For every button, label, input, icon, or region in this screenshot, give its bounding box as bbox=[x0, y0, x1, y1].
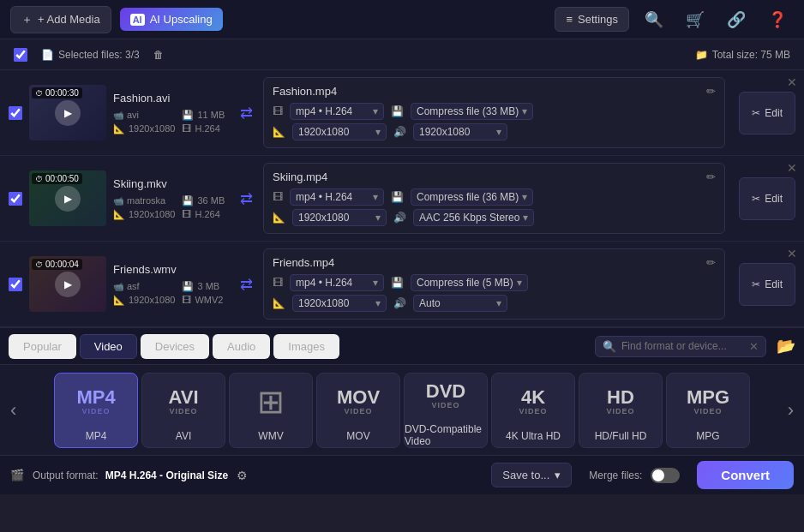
share-button[interactable]: 🔗 bbox=[720, 7, 753, 33]
file-checkbox-2[interactable] bbox=[9, 278, 22, 291]
format-name-label: AVI bbox=[176, 430, 191, 442]
play-button[interactable]: ▶ bbox=[55, 186, 81, 212]
edit-button[interactable]: ✂ Edit bbox=[739, 263, 795, 306]
format-item-mp4[interactable]: MP4 VIDEO MP4 bbox=[54, 373, 138, 448]
compress-select[interactable]: Compress file (36 MB) ▾ bbox=[411, 188, 533, 206]
play-button[interactable]: ▶ bbox=[55, 272, 81, 297]
format-item-4k[interactable]: 4K VIDEO 4K Ultra HD bbox=[491, 373, 575, 448]
format-sub-label: VIDEO bbox=[81, 407, 110, 415]
folder-button[interactable]: 📂 bbox=[777, 337, 795, 356]
compress-label: Compress file (36 MB) bbox=[417, 191, 519, 203]
settings-icon: ≡ bbox=[566, 13, 573, 26]
settings-button[interactable]: ≡ Settings bbox=[555, 7, 629, 32]
format-item-hd[interactable]: HD VIDEO HD/Full HD bbox=[579, 373, 663, 448]
resolution-select[interactable]: 1920x1080 ▾ bbox=[292, 209, 387, 226]
edit-output-name-icon[interactable]: ✏ bbox=[706, 170, 716, 183]
format-grid: MP4 VIDEO MP4 AVI VIDEO AVI ⊞ WMV MOV VI… bbox=[23, 373, 780, 448]
resolution-icon: 📐 bbox=[273, 297, 285, 309]
thumbnail-0[interactable]: ⏱ 00:00:30 ▶ bbox=[29, 85, 106, 140]
file-checkbox-0[interactable] bbox=[9, 106, 22, 120]
output-format-icon: 🎞 bbox=[273, 277, 283, 289]
toolbar: ＋ + Add Media AI AI Upscaling ≡ Settings… bbox=[0, 0, 804, 39]
output-format-select[interactable]: mp4 • H.264 ▾ bbox=[290, 188, 384, 206]
edit-button[interactable]: ✂ Edit bbox=[739, 92, 795, 134]
output-format-icon: 🎬 bbox=[10, 469, 24, 481]
edit-output-name-icon[interactable]: ✏ bbox=[706, 256, 716, 269]
thumbnail-1[interactable]: ⏱ 00:00:50 ▶ bbox=[29, 170, 106, 226]
file-row: ✕ ⏱ 00:00:30 ▶ Fashion.avi 📹 avi 💾 11 MB bbox=[0, 70, 804, 156]
compress-select[interactable]: Compress file (5 MB) ▾ bbox=[411, 274, 528, 291]
format-name-label: HD/Full HD bbox=[595, 430, 647, 442]
duration-label: ⏱ 00:00:50 bbox=[32, 173, 82, 184]
edit-output-name-icon[interactable]: ✏ bbox=[706, 85, 716, 98]
merge-files-toggle[interactable] bbox=[651, 468, 680, 483]
format-icon-box: DVD VIDEO bbox=[416, 374, 476, 418]
output-format-select[interactable]: mp4 • H.264 ▾ bbox=[290, 274, 384, 291]
resolution-select[interactable]: 1920x1080 ▾ bbox=[292, 123, 387, 140]
format-nav-prev[interactable]: ‹ bbox=[3, 399, 23, 421]
codec-icon: 🎞 bbox=[182, 123, 191, 134]
play-button[interactable]: ▶ bbox=[55, 100, 81, 126]
file-meta: 📹 asf 💾 3 MB 📐 1920x1080 🎞 WMV2 bbox=[113, 281, 233, 306]
format-sub-label: VIDEO bbox=[519, 407, 547, 415]
duration-label: ⏱ 00:00:04 bbox=[32, 259, 82, 270]
chevron-down-icon: ▾ bbox=[373, 277, 378, 289]
format-name-label: 4K Ultra HD bbox=[506, 430, 561, 442]
format-bar: Popular Video Devices Audio Images 🔍 ✕ 📂 bbox=[0, 327, 804, 365]
thumbnail-2[interactable]: ⏱ 00:00:04 ▶ bbox=[29, 256, 106, 312]
tab-popular[interactable]: Popular bbox=[9, 334, 76, 359]
audio-select[interactable]: Auto ▾ bbox=[413, 295, 507, 312]
tab-devices[interactable]: Devices bbox=[141, 334, 209, 359]
cart-button[interactable]: 🛒 bbox=[679, 7, 711, 33]
convert-button[interactable]: Convert bbox=[697, 461, 794, 489]
format-sub-label: VIDEO bbox=[431, 401, 459, 409]
select-all-checkbox[interactable] bbox=[14, 48, 27, 62]
output-format-select[interactable]: mp4 • H.264 ▾ bbox=[290, 103, 384, 120]
file-checkbox-1[interactable] bbox=[9, 192, 22, 206]
resolution-select[interactable]: 1920x1080 ▾ bbox=[292, 295, 387, 312]
format-search-input[interactable] bbox=[621, 340, 744, 352]
save-to-label: Save to... bbox=[502, 469, 549, 481]
format-icon: 📹 bbox=[113, 111, 123, 120]
edit-button[interactable]: ✂ Edit bbox=[739, 177, 795, 220]
resolution-meta: 📐 1920x1080 bbox=[113, 295, 175, 306]
file-icon: 📄 bbox=[41, 49, 54, 61]
format-item-dvd[interactable]: DVD VIDEO DVD-Compatible Video bbox=[404, 373, 488, 448]
output-settings-icon[interactable]: ⚙ bbox=[237, 469, 248, 482]
format-main-label: MOV bbox=[337, 388, 380, 407]
format-icon-box: MOV VIDEO bbox=[328, 378, 388, 425]
format-item-avi[interactable]: AVI VIDEO AVI bbox=[141, 373, 225, 448]
output-format-icon: 🎞 bbox=[273, 105, 283, 117]
tab-images[interactable]: Images bbox=[273, 334, 339, 359]
ai-upscaling-button[interactable]: AI AI Upscaling bbox=[120, 8, 223, 31]
search-button[interactable]: 🔍 bbox=[638, 7, 670, 33]
compress-select[interactable]: Compress file (33 MB) ▾ bbox=[411, 103, 533, 120]
delete-icon[interactable]: 🗑 bbox=[153, 49, 164, 61]
close-icon[interactable]: ✕ bbox=[787, 247, 797, 260]
help-button[interactable]: ❓ bbox=[761, 7, 794, 33]
resolution-meta: 📐 1920x1080 bbox=[113, 123, 175, 134]
audio-select[interactable]: 1920x1080 ▾ bbox=[413, 123, 507, 140]
compress-label: Compress file (5 MB) bbox=[417, 277, 513, 289]
format-icon-box: AVI VIDEO bbox=[153, 378, 213, 425]
resolution-label: 1920x1080 bbox=[298, 212, 349, 224]
tab-audio[interactable]: Audio bbox=[213, 334, 270, 359]
save-to-button[interactable]: Save to... ▾ bbox=[491, 463, 572, 487]
format-item-wmv[interactable]: ⊞ WMV bbox=[229, 373, 313, 448]
format-item-mpg[interactable]: MPG VIDEO MPG bbox=[666, 373, 750, 448]
add-media-button[interactable]: ＋ + Add Media bbox=[10, 6, 111, 33]
audio-select[interactable]: AAC 256 Kbps Stereo ▾ bbox=[413, 209, 534, 226]
tab-video[interactable]: Video bbox=[80, 334, 137, 359]
search-clear-icon[interactable]: ✕ bbox=[749, 340, 759, 353]
close-icon[interactable]: ✕ bbox=[787, 75, 797, 89]
audio-icon: 🔊 bbox=[393, 212, 406, 224]
format-search-box[interactable]: 🔍 ✕ bbox=[595, 336, 766, 357]
format-icon: 📹 bbox=[113, 196, 123, 206]
format-main-label: AVI bbox=[168, 388, 198, 407]
merge-files-label: Merge files: bbox=[589, 469, 642, 481]
format-item-mov[interactable]: MOV VIDEO MOV bbox=[316, 373, 400, 448]
close-icon[interactable]: ✕ bbox=[787, 161, 797, 175]
format-nav-next[interactable]: › bbox=[781, 399, 801, 421]
format-icon-box: MP4 VIDEO bbox=[66, 378, 126, 425]
file-name: Friends.wmv bbox=[113, 263, 233, 276]
